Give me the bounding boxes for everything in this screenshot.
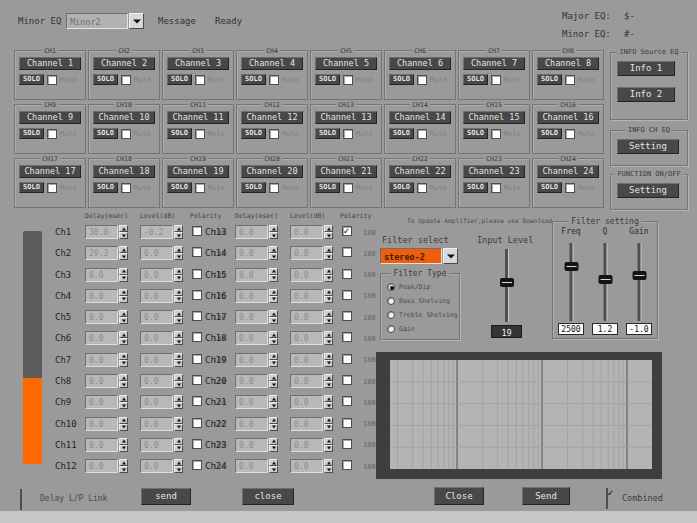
- delay-spinner[interactable]: 0.0: [235, 289, 278, 303]
- spinner-down-button[interactable]: [119, 381, 128, 388]
- spinner-down-button[interactable]: [324, 381, 333, 388]
- polarity-checkbox[interactable]: [192, 290, 202, 300]
- mute-checkbox[interactable]: [491, 75, 501, 85]
- spinner-down-button[interactable]: [269, 424, 278, 431]
- spinner-up-button[interactable]: [269, 374, 278, 381]
- chevron-down-icon[interactable]: [443, 248, 458, 264]
- spinner-up-button[interactable]: [269, 438, 278, 445]
- send-button[interactable]: Send: [522, 487, 570, 505]
- level-spinner[interactable]: 0.0: [140, 438, 183, 452]
- spinner-value[interactable]: 0.0: [85, 417, 118, 431]
- spinner-down-button[interactable]: [324, 296, 333, 303]
- channel-button[interactable]: Channel 2: [93, 57, 155, 70]
- delay-spinner[interactable]: 0.0: [85, 417, 128, 431]
- spinner-value[interactable]: 0.0: [235, 438, 268, 452]
- minor-eq-select[interactable]: Minor2: [66, 13, 144, 29]
- spinner-value[interactable]: 0.0: [85, 438, 118, 452]
- close-small-button[interactable]: close: [242, 488, 294, 505]
- spinner-down-button[interactable]: [119, 232, 128, 239]
- mute-checkbox[interactable]: [417, 129, 427, 139]
- delay-spinner[interactable]: 0.0: [235, 225, 278, 239]
- filter-type-option[interactable]: Gain: [387, 325, 458, 333]
- spinner-up-button[interactable]: [174, 417, 183, 424]
- channel-button[interactable]: Channel 16: [537, 111, 599, 124]
- channel-button[interactable]: Channel 11: [167, 111, 229, 124]
- spinner-up-button[interactable]: [269, 353, 278, 360]
- spinner-value[interactable]: 0.0: [235, 246, 268, 260]
- spinner-value[interactable]: 0.0: [290, 289, 323, 303]
- slider-track[interactable]: [604, 243, 607, 321]
- spinner-up-button[interactable]: [174, 246, 183, 253]
- spinner-up-button[interactable]: [269, 289, 278, 296]
- spinner-down-button[interactable]: [119, 402, 128, 409]
- spinner-up-button[interactable]: [324, 246, 333, 253]
- solo-button[interactable]: SOLO: [463, 182, 488, 193]
- spinner-down-button[interactable]: [269, 317, 278, 324]
- spinner-up-button[interactable]: [174, 459, 183, 466]
- spinner-up-button[interactable]: [174, 225, 183, 232]
- solo-button[interactable]: SOLO: [19, 74, 44, 85]
- delay-spinner[interactable]: 0.0: [235, 331, 278, 345]
- level-spinner[interactable]: 0.0: [140, 374, 183, 388]
- spinner-down-button[interactable]: [324, 253, 333, 260]
- solo-button[interactable]: SOLO: [315, 128, 340, 139]
- spinner-up-button[interactable]: [269, 225, 278, 232]
- input-level-slider[interactable]: [505, 249, 508, 322]
- polarity-checkbox[interactable]: [192, 439, 202, 449]
- spinner-down-button[interactable]: [174, 381, 183, 388]
- solo-button[interactable]: SOLO: [389, 128, 414, 139]
- spinner-value[interactable]: 0.0: [140, 268, 173, 282]
- spinner-value[interactable]: 0.0: [290, 459, 323, 473]
- spinner-up-button[interactable]: [174, 395, 183, 402]
- input-level-handle[interactable]: [500, 278, 514, 287]
- spinner-down-button[interactable]: [269, 402, 278, 409]
- spinner-down-button[interactable]: [269, 275, 278, 282]
- combined-checkbox[interactable]: [606, 488, 608, 509]
- spinner-up-button[interactable]: [119, 246, 128, 253]
- spinner-up-button[interactable]: [269, 310, 278, 317]
- solo-button[interactable]: SOLO: [167, 182, 192, 193]
- spinner-down-button[interactable]: [324, 232, 333, 239]
- channel-button[interactable]: Channel 6: [389, 57, 451, 70]
- solo-button[interactable]: SOLO: [315, 74, 340, 85]
- spinner-value[interactable]: 0.0: [290, 225, 323, 239]
- channel-button[interactable]: Channel 21: [315, 165, 377, 178]
- spinner-down-button[interactable]: [269, 253, 278, 260]
- spinner-down-button[interactable]: [324, 317, 333, 324]
- spinner-down-button[interactable]: [119, 275, 128, 282]
- spinner-value[interactable]: 0.0: [140, 353, 173, 367]
- spinner-down-button[interactable]: [324, 402, 333, 409]
- polarity-checkbox[interactable]: [192, 418, 202, 428]
- level-spinner[interactable]: 0.0: [290, 310, 333, 324]
- spinner-down-button[interactable]: [174, 317, 183, 324]
- spinner-up-button[interactable]: [269, 331, 278, 338]
- level-spinner[interactable]: 0.0: [140, 310, 183, 324]
- channel-button[interactable]: Channel 23: [463, 165, 525, 178]
- spinner-value[interactable]: 0.0: [290, 395, 323, 409]
- spinner-up-button[interactable]: [324, 353, 333, 360]
- level-spinner[interactable]: 0.0: [140, 353, 183, 367]
- channel-button[interactable]: Channel 18: [93, 165, 155, 178]
- spinner-value[interactable]: 0.0: [235, 225, 268, 239]
- solo-button[interactable]: SOLO: [241, 182, 266, 193]
- spinner-value[interactable]: 0.0: [140, 417, 173, 431]
- spinner-up-button[interactable]: [324, 395, 333, 402]
- spinner-value[interactable]: 0.0: [140, 246, 173, 260]
- spinner-value[interactable]: 0.0: [290, 353, 323, 367]
- spinner-up-button[interactable]: [119, 268, 128, 275]
- delay-spinner[interactable]: 0.0: [85, 395, 128, 409]
- polarity-checkbox[interactable]: [342, 269, 352, 279]
- delay-spinner[interactable]: 0.0: [235, 310, 278, 324]
- polarity-checkbox[interactable]: [342, 290, 352, 300]
- level-spinner[interactable]: 0.0: [290, 331, 333, 345]
- delay-spinner[interactable]: 0.0: [235, 438, 278, 452]
- mute-checkbox[interactable]: [47, 183, 57, 193]
- spinner-up-button[interactable]: [269, 395, 278, 402]
- mute-checkbox[interactable]: [195, 75, 205, 85]
- delay-spinner[interactable]: 0.0: [85, 331, 128, 345]
- delay-spinner[interactable]: 0.0: [235, 374, 278, 388]
- spinner-down-button[interactable]: [324, 466, 333, 473]
- delay-spinner[interactable]: 0.0: [85, 438, 128, 452]
- spinner-up-button[interactable]: [269, 417, 278, 424]
- spinner-value[interactable]: 0.0: [85, 459, 118, 473]
